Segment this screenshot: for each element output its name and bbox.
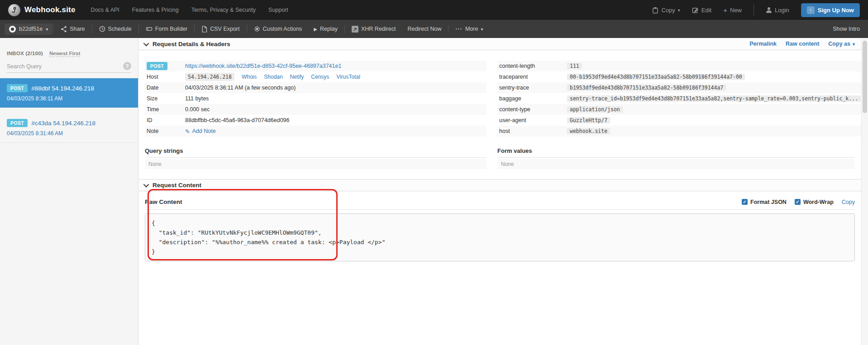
json-line: "task_id": "RUtkYUtvNkFycjloWC9EMHlOWm9G… — [152, 228, 848, 237]
virustotal-link[interactable]: VirusTotal — [336, 74, 360, 80]
request-list-item[interactable]: POST #c43da 54.194.246.218 04/03/2025 8:… — [0, 113, 138, 143]
nav-link-features-pricing[interactable]: Features & Pricing — [132, 7, 179, 13]
form-input-icon — [146, 26, 153, 32]
details-section-header[interactable]: Request Details & Headers Permalink Raw … — [138, 38, 861, 50]
nav-link-docs-api[interactable]: Docs & API — [91, 7, 119, 13]
word-wrap-checkbox[interactable]: ✓ Word-Wrap — [795, 199, 834, 205]
header-value: sentry-trace_id=b1953df9ed4e43d8b707151e… — [567, 95, 861, 102]
sort-toggle[interactable]: Newest First — [49, 51, 80, 57]
scrollbar-thumb[interactable] — [863, 41, 867, 113]
raw-content-controls: ✓ Format JSON ✓ Word-Wrap Copy — [742, 199, 855, 205]
details-table: POST https://webhook.site/b22df51e-d853-… — [145, 61, 486, 137]
copy-menu-button[interactable]: Copy ▾ — [652, 7, 680, 14]
search-input[interactable] — [7, 61, 131, 73]
detail-row-host: Host 54.194.246.218 Whois Shodan Netify … — [145, 71, 486, 82]
content-section-header[interactable]: Request Content — [138, 179, 861, 191]
navbar-right: Copy ▾ Edit + New Login ↑ Sign Up Now — [652, 3, 860, 17]
brand[interactable]: Webhook.site — [8, 4, 76, 16]
form-values-title: Form values — [497, 147, 855, 158]
header-value: application/json — [567, 106, 623, 113]
query-strings-title: Query strings — [145, 147, 486, 158]
header-row-sentry-trace: sentry-trace b1953df9ed4e43d8b707151e33a… — [497, 82, 863, 93]
format-json-checkbox[interactable]: ✓ Format JSON — [742, 199, 787, 205]
more-dropdown[interactable]: ··· More ▾ — [449, 26, 489, 32]
raw-content-body[interactable]: { "task_id": "RUtkYUtvNkFycjloWC9EMHlOWm… — [145, 213, 855, 261]
detail-row-time: Time 0.000 sec — [145, 104, 486, 115]
raw-content-link[interactable]: Raw content — [786, 41, 819, 47]
method-badge: POST — [7, 119, 28, 127]
edit-pencil-icon — [692, 7, 699, 14]
request-list-item[interactable]: POST #88dbf 54.194.246.218 04/03/2025 8:… — [0, 78, 138, 108]
toolbar-divider — [448, 25, 448, 33]
xhr-redirect-button[interactable]: ↗ XHR Redirect — [346, 26, 401, 33]
header-value: GuzzleHttp/7 — [567, 117, 610, 123]
requests-sidebar: INBOX (2/100) Newest First ? POST #88dbf… — [0, 38, 138, 345]
query-form-section: Query strings None Form values None — [138, 137, 861, 169]
header-row-host: host webhook.site — [497, 126, 863, 137]
new-button[interactable]: + New — [723, 6, 742, 14]
navbar-links: Docs & API Features & Pricing Terms, Pri… — [91, 7, 288, 13]
gear-icon — [254, 26, 260, 32]
sign-up-now-button[interactable]: ↑ Sign Up Now — [801, 3, 860, 17]
token-icon — [9, 26, 16, 33]
shodan-link[interactable]: Shodan — [264, 74, 282, 80]
chevron-down-icon — [143, 40, 149, 46]
method-badge: POST — [147, 62, 167, 70]
webhook-logo-icon — [8, 4, 20, 16]
raw-content-title: Raw Content — [145, 198, 182, 205]
main-content: Request Details & Headers Permalink Raw … — [138, 38, 861, 345]
play-icon: ▶ — [314, 27, 317, 32]
whois-link[interactable]: Whois — [242, 74, 257, 80]
add-note-button[interactable]: ✎ Add Note — [185, 128, 216, 135]
raw-content-panel: Raw Content ✓ Format JSON ✓ Word-Wrap Co… — [138, 191, 861, 261]
schedule-button[interactable]: Schedule — [93, 26, 138, 32]
upload-icon: ↑ — [807, 6, 815, 14]
brand-name: Webhook.site — [24, 5, 76, 14]
csv-export-button[interactable]: CSV Export — [196, 26, 245, 33]
replay-button[interactable]: ▶ Replay — [308, 26, 343, 32]
inbox-count-label: INBOX (2/100) — [7, 51, 43, 56]
request-details: POST https://webhook.site/b22df51e-d853-… — [138, 50, 861, 137]
header-row-content-length: content-length 111 — [497, 61, 863, 71]
content-section-title: Request Content — [145, 182, 201, 189]
search-help-icon[interactable]: ? — [123, 62, 131, 70]
toolbar-divider — [344, 25, 345, 33]
copy-raw-content-link[interactable]: Copy — [842, 199, 855, 205]
edit-button[interactable]: Edit — [692, 7, 711, 14]
header-row-user-agent: user-agent GuzzleHttp/7 — [497, 115, 863, 126]
nav-link-terms-privacy-security[interactable]: Terms, Privacy & Security — [191, 7, 256, 13]
detail-row-id: ID 88dbffbb-c5dc-45a6-963a-d7074d6ed096 — [145, 115, 486, 126]
checkbox-checked-icon: ✓ — [795, 199, 801, 205]
login-button[interactable]: Login — [766, 7, 789, 14]
toolbar-divider — [138, 25, 139, 33]
copy-as-dropdown[interactable]: Copy as ▾ — [828, 41, 855, 47]
pencil-icon: ✎ — [185, 128, 190, 135]
clock-icon — [99, 26, 105, 32]
ellipsis-icon: ··· — [455, 26, 463, 32]
request-url-link[interactable]: https://webhook.site/b22df51e-d853-42cf-… — [185, 63, 341, 69]
method-badge: POST — [7, 84, 28, 92]
redirect-now-button[interactable]: Redirect Now — [401, 26, 447, 32]
time-value: 0.000 sec — [185, 106, 210, 113]
nav-link-support[interactable]: Support — [268, 7, 288, 13]
permalink-link[interactable]: Permalink — [749, 41, 777, 47]
toolbar-divider — [53, 25, 54, 33]
form-builder-button[interactable]: Form Builder — [140, 26, 194, 32]
request-uuid-value: 88dbffbb-c5dc-45a6-963a-d7074d6ed096 — [185, 117, 290, 123]
vertical-scrollbar[interactable] — [861, 38, 868, 345]
chevron-down-icon — [143, 182, 149, 188]
token-dropdown[interactable]: b22df51e ▾ — [5, 24, 52, 35]
navbar-divider — [754, 5, 754, 15]
share-button[interactable]: Share — [55, 26, 91, 33]
netify-link[interactable]: Netify — [290, 74, 304, 80]
form-values-empty: None — [497, 159, 855, 169]
detail-row-date: Date 04/03/2025 8:36:11 AM (a few second… — [145, 82, 486, 93]
custom-actions-button[interactable]: Custom Actions — [248, 26, 308, 32]
request-id-label: #c43da 54.194.246.218 — [31, 120, 95, 127]
show-intro-button[interactable]: Show Intro — [833, 26, 863, 32]
json-line: { — [152, 218, 848, 228]
json-line: } — [152, 247, 848, 256]
request-id-label: #88dbf 54.194.246.218 — [31, 85, 94, 92]
censys-link[interactable]: Censys — [311, 74, 329, 80]
headers-table: content-length 111 traceparent 00-b1953d… — [497, 61, 863, 137]
